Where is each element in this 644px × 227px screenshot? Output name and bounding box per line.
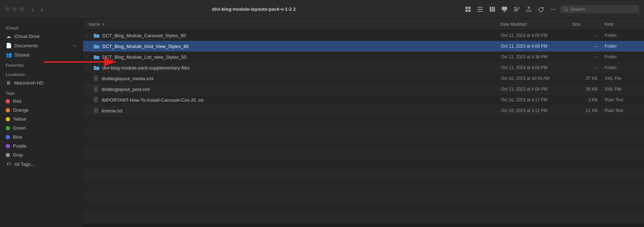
date-modified-cell: Oct 11, 2023 at 4:09 PM <box>497 44 569 49</box>
share-button[interactable] <box>524 5 534 14</box>
folder-icon <box>93 44 100 49</box>
search-input[interactable] <box>570 6 635 12</box>
sidebar-item-documents[interactable]: 📄 Documents → <box>0 41 83 50</box>
size-cell: -- <box>569 33 601 38</box>
titlebar: ‹ › divi-blog-module-layouts-pack-v-1-2 … <box>0 0 644 19</box>
close-button[interactable] <box>5 7 10 11</box>
svg-point-19 <box>554 9 555 10</box>
date-modified-cell: Oct 12, 2023 at 4:38 PM <box>497 54 569 59</box>
search-box[interactable] <box>560 5 639 13</box>
minimize-button[interactable] <box>12 7 17 11</box>
empty-row <box>83 148 644 159</box>
sidebar-item-macintosh-hd[interactable]: 🖥 Macintosh HD <box>0 78 83 87</box>
forward-button[interactable]: › <box>39 5 45 13</box>
gallery-view-button[interactable] <box>499 5 509 14</box>
sidebar: iCloud ☁ iCloud Drive 📄 Documents → 👥 Sh… <box>0 19 83 227</box>
tag-dot-blue <box>6 135 10 139</box>
tags-section-label: Tags <box>0 87 83 97</box>
kind-cell: Folder <box>601 65 644 70</box>
tag-label-green: Green <box>13 125 26 131</box>
macintosh-hd-icon: 🖥 <box>6 80 11 86</box>
sidebar-item-shared[interactable]: 👥 Shared <box>0 50 83 59</box>
size-cell: -- <box>569 54 601 59</box>
sidebar-item-tag-gray[interactable]: Gray <box>0 150 83 159</box>
filename-label: DCT_Blog_Module_Carousel_Styles_80 <box>102 33 186 38</box>
col-header-date[interactable]: Date Modified <box>497 22 568 27</box>
svg-rect-7 <box>490 6 491 11</box>
back-button[interactable]: ‹ <box>30 5 35 13</box>
table-row[interactable]: › license.txt Oct 18, 2023 at 3:12 PM 21… <box>83 105 644 116</box>
table-row[interactable]: › XML divibloglayout_post.xml Oct 11, 20… <box>83 84 644 95</box>
more-button[interactable] <box>548 5 558 14</box>
table-row[interactable]: › divi-blog-module-pack-supplementary-fi… <box>83 62 644 73</box>
file-name-cell: › license.txt <box>83 107 497 114</box>
empty-row <box>83 202 644 213</box>
file-name-cell: › DCT_Blog_Module_List_view_Styles_50 <box>83 54 497 60</box>
table-row[interactable]: › DCT_Blog_Module_List_view_Styles_50 Oc… <box>83 52 644 62</box>
filename-label: IMPORTANT-How-To-Install-Carousel-Css-JS… <box>102 97 204 103</box>
kind-cell: Plain Text <box>601 108 644 113</box>
file-name-cell: › DCT_Blog_Module_Carousel_Styles_80 <box>83 33 497 38</box>
tag-dot-gray <box>6 153 10 157</box>
empty-row <box>83 137 644 148</box>
table-row[interactable]: › DCT_Blog_Module_Carousel_Styles_80 Oct… <box>83 30 644 41</box>
svg-rect-14 <box>514 10 518 11</box>
tag-label-purple: Purple <box>13 143 26 149</box>
locations-section-label: Locations <box>0 69 83 78</box>
filename-label: license.txt <box>102 108 122 114</box>
maximize-button[interactable] <box>19 7 24 11</box>
toolbar-actions <box>463 5 639 14</box>
sidebar-item-tag-green[interactable]: Green <box>0 124 83 132</box>
file-name-cell: › IMPORTANT-How-To-Install-Carousel-Css-… <box>83 97 497 103</box>
svg-rect-3 <box>468 9 470 11</box>
empty-row <box>83 191 644 202</box>
sidebar-item-shared-label: Shared <box>14 52 29 58</box>
tag-label-red: Red <box>13 98 21 104</box>
sidebar-item-tag-yellow[interactable]: Yellow <box>0 115 83 124</box>
sidebar-item-documents-label: Documents <box>14 43 38 48</box>
empty-row <box>83 213 644 223</box>
expand-chevron[interactable]: › <box>86 55 91 59</box>
expand-chevron[interactable]: › <box>86 44 91 48</box>
col-header-name[interactable]: Name ∧ <box>83 22 496 27</box>
table-row[interactable]: › IMPORTANT-How-To-Install-Carousel-Css-… <box>83 95 644 105</box>
folder-icon <box>93 33 100 38</box>
expand-chevron[interactable]: › <box>86 66 91 70</box>
col-header-kind[interactable]: Kind <box>601 22 644 27</box>
column-header: Name ∧ Date Modified Size Kind <box>83 19 644 30</box>
icon-view-button[interactable] <box>463 5 473 14</box>
sidebar-item-all-tags[interactable]: 🏷 All Tags... <box>0 159 83 169</box>
svg-rect-6 <box>478 11 483 11</box>
table-row[interactable]: › XML divibloglayout_media.xml Oct 10, 2… <box>83 73 644 84</box>
sidebar-item-tag-purple[interactable]: Purple <box>0 141 83 150</box>
svg-text:XML: XML <box>95 78 97 79</box>
file-name-cell: › XML divibloglayout_post.xml <box>83 86 497 92</box>
group-button[interactable] <box>512 5 522 14</box>
kind-cell: XML File <box>601 87 644 92</box>
kind-cell: XML File <box>601 76 644 81</box>
size-cell: -- <box>569 65 601 70</box>
sort-arrow: ∧ <box>102 22 104 26</box>
shared-icon: 👥 <box>6 52 11 58</box>
sidebar-item-icloud-drive[interactable]: ☁ iCloud Drive <box>0 32 83 41</box>
svg-rect-26 <box>94 97 98 102</box>
table-row[interactable]: › DCT_Blog_Module_Grid_View_Styles_80 Oc… <box>83 41 644 52</box>
filename-label: divi-blog-module-pack-supplementary-file… <box>102 65 190 71</box>
file-pane: Name ∧ Date Modified Size Kind › DCT_Blo… <box>83 19 644 227</box>
window-title: divi-blog-module-layouts-pack-v-1-2 2 <box>48 6 459 12</box>
size-cell: 38 KB <box>569 87 601 92</box>
col-header-size[interactable]: Size <box>569 22 601 27</box>
svg-rect-8 <box>492 6 493 11</box>
icloud-drive-icon: ☁ <box>6 33 11 39</box>
sidebar-item-tag-orange[interactable]: Orange <box>0 106 83 115</box>
kind-cell: Folder <box>601 33 644 38</box>
sidebar-item-tag-red[interactable]: Red <box>0 97 83 106</box>
folder-icon <box>93 65 100 70</box>
sidebar-item-tag-blue[interactable]: Blue <box>0 132 83 141</box>
date-modified-cell: Oct 10, 2023 at 10:54 AM <box>497 76 569 81</box>
expand-chevron[interactable]: › <box>86 34 91 38</box>
list-view-button[interactable] <box>475 5 485 14</box>
size-cell: -- <box>569 44 601 49</box>
tags-button[interactable] <box>536 5 546 14</box>
column-view-button[interactable] <box>487 5 497 14</box>
